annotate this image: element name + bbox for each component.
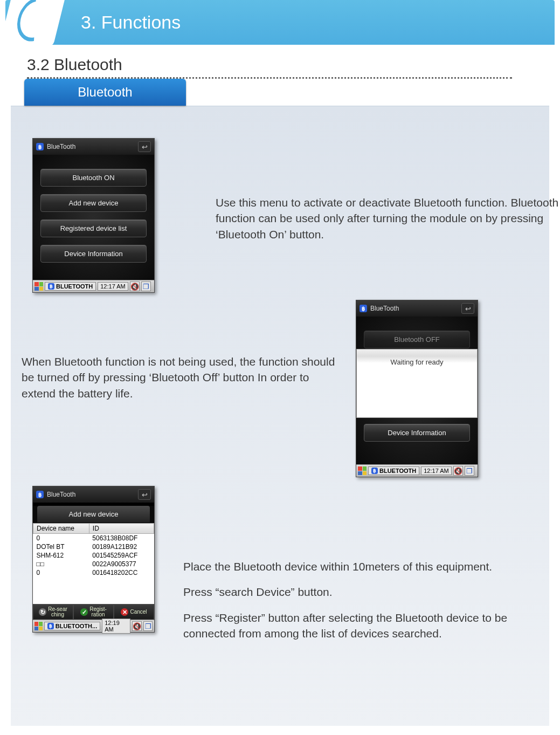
start-icon[interactable] xyxy=(358,466,367,475)
research-button[interactable]: ↻ Re-sear ching xyxy=(33,605,73,620)
taskbar-app-label: BLUETOOTH... xyxy=(56,623,97,629)
taskbar-time: 12:19 AM xyxy=(102,619,130,634)
device-information-button[interactable]: Device Information xyxy=(40,245,147,263)
start-icon[interactable] xyxy=(34,282,43,291)
column-header-id[interactable]: ID xyxy=(89,524,154,534)
register-label: Regist- ration xyxy=(89,607,107,617)
cell-name: 0 xyxy=(33,568,89,577)
cell-id: 5063138B08DF xyxy=(89,534,154,543)
registered-device-list-button[interactable]: Registered device list xyxy=(40,219,147,237)
window-title: BlueTooth xyxy=(47,143,75,150)
instruction-text-3: Place the Bluetooth device within 10mete… xyxy=(183,559,560,651)
table-row[interactable]: SHM-612001545259ACF xyxy=(33,551,154,560)
cell-id: 0022A9005377 xyxy=(89,560,154,568)
mute-icon[interactable]: 🔇 xyxy=(130,281,140,291)
close-icon: ✕ xyxy=(121,608,128,616)
bluetooth-icon: ฿ xyxy=(36,143,44,150)
device-information-button[interactable]: Device Information xyxy=(364,424,470,442)
taskbar-app[interactable]: ฿ BLUETOOTH... xyxy=(44,622,100,630)
table-row[interactable]: 00016418202CC xyxy=(33,568,154,577)
phone-titlebar: ฿ BlueTooth ↩ xyxy=(33,139,154,155)
research-label: Re-sear ching xyxy=(48,607,67,617)
bluetooth-on-button[interactable]: Bluetooth ON xyxy=(40,169,147,187)
taskbar: ฿ BLUETOOTH 12:17 AM 🔇 ❐ xyxy=(356,464,478,477)
instruction-line: Press “Register” button after selecting … xyxy=(183,610,560,642)
windows-tray-icon[interactable]: ❐ xyxy=(143,621,153,631)
instruction-text-1: Use this menu to activate or deactivate … xyxy=(216,195,560,242)
cell-name: 0 xyxy=(33,534,89,543)
device-table: Device name ID 05063138B08DF DOTel BT001… xyxy=(33,523,154,604)
refresh-icon: ↻ xyxy=(39,608,46,616)
cell-name: DOTel BT xyxy=(33,542,89,551)
cancel-button[interactable]: ✕ Cancel xyxy=(114,605,154,620)
taskbar-time: 12:17 AM xyxy=(421,466,451,475)
phone-screenshot-3: ฿ BlueTooth ↩ Add new device Device name… xyxy=(32,486,155,633)
bluetooth-icon: ฿ xyxy=(47,623,54,629)
page-header: 3. Functions xyxy=(5,0,555,45)
bluetooth-icon: ฿ xyxy=(48,283,54,290)
header-logo xyxy=(0,0,66,47)
bluetooth-icon: ฿ xyxy=(36,491,44,498)
register-button[interactable]: ✓ Regist- ration xyxy=(73,605,114,620)
add-new-device-header: Add new device xyxy=(37,506,150,523)
bluetooth-icon: ฿ xyxy=(359,305,367,312)
cell-id: 001545259ACF xyxy=(89,551,154,560)
mute-icon[interactable]: 🔇 xyxy=(453,466,463,476)
bluetooth-tab: Bluetooth xyxy=(24,79,186,106)
taskbar-app-label: BLUETOOTH xyxy=(56,283,93,290)
table-row[interactable]: □□0022A9005377 xyxy=(33,560,154,568)
phone-screenshot-2: ฿ BlueTooth ↩ Bluetooth OFF Waiting for … xyxy=(356,300,478,477)
window-title: BlueTooth xyxy=(47,491,75,498)
cancel-label: Cancel xyxy=(130,609,147,615)
taskbar-app[interactable]: ฿ BLUETOOTH xyxy=(45,282,96,291)
taskbar-app-label: BLUETOOTH xyxy=(379,468,416,474)
cell-name: SHM-612 xyxy=(33,551,89,560)
waiting-dialog: Waiting for ready xyxy=(356,349,478,418)
back-icon[interactable]: ↩ xyxy=(138,489,151,500)
back-icon[interactable]: ↩ xyxy=(461,303,474,314)
phone-screenshot-1: ฿ BlueTooth ↩ Bluetooth ON Add new devic… xyxy=(32,138,155,293)
windows-tray-icon[interactable]: ❐ xyxy=(141,281,151,291)
back-icon[interactable]: ↩ xyxy=(138,141,151,152)
check-icon: ✓ xyxy=(80,608,88,616)
taskbar: ฿ BLUETOOTH... 12:19 AM 🔇 ❐ xyxy=(33,620,154,632)
cell-id: 00189A121B92 xyxy=(89,542,154,551)
page-title: 3. Functions xyxy=(81,12,181,32)
taskbar-app[interactable]: ฿ BLUETOOTH xyxy=(368,466,419,475)
bluetooth-icon: ฿ xyxy=(371,468,378,474)
add-new-device-button[interactable]: Add new device xyxy=(40,194,147,212)
taskbar-time: 12:17 AM xyxy=(98,282,128,291)
instruction-line: Place the Bluetooth device within 10mete… xyxy=(183,559,560,574)
window-title: BlueTooth xyxy=(370,305,399,312)
bluetooth-off-button[interactable]: Bluetooth OFF xyxy=(364,331,470,348)
mute-icon[interactable]: 🔇 xyxy=(132,621,142,631)
instruction-line: Press “search Device” button. xyxy=(183,584,560,600)
column-header-name[interactable]: Device name xyxy=(33,524,89,534)
instruction-text-2: When Bluetooth function is not being use… xyxy=(22,354,345,401)
table-row[interactable]: DOTel BT00189A121B92 xyxy=(33,542,154,551)
windows-tray-icon[interactable]: ❐ xyxy=(465,466,474,476)
start-icon[interactable] xyxy=(34,622,43,630)
cell-id: 0016418202CC xyxy=(89,568,154,577)
cell-name: □□ xyxy=(33,560,89,568)
taskbar: ฿ BLUETOOTH 12:17 AM 🔇 ❐ xyxy=(33,280,154,292)
bottom-button-row: ↻ Re-sear ching ✓ Regist- ration ✕ Cance… xyxy=(33,604,154,620)
phone-titlebar: ฿ BlueTooth ↩ xyxy=(356,300,478,317)
dialog-text: Waiting for ready xyxy=(391,358,444,366)
table-row[interactable]: 05063138B08DF xyxy=(33,534,154,543)
phone-titlebar: ฿ BlueTooth ↩ xyxy=(33,486,154,503)
section-title: 3.2 Bluetooth xyxy=(27,56,512,79)
